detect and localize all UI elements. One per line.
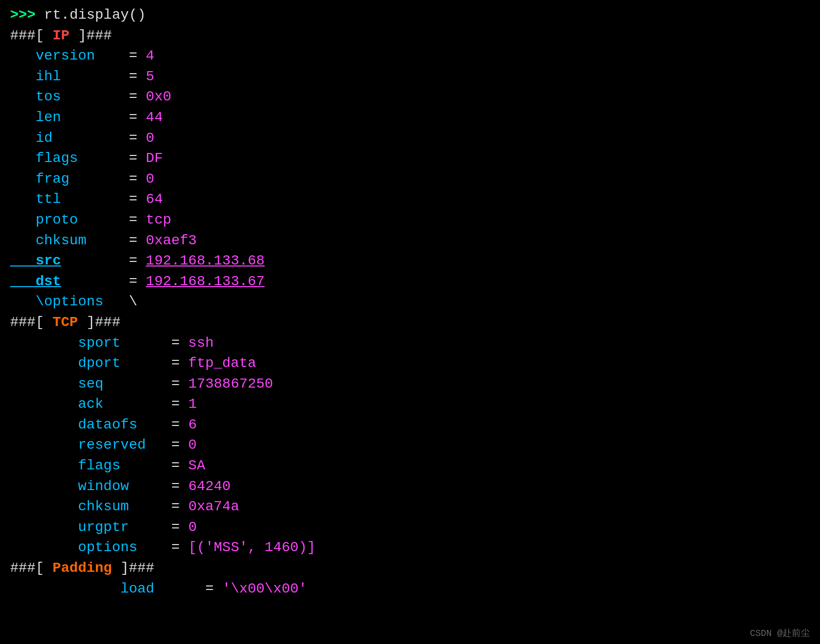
ip-field-id: id = 0	[10, 128, 810, 149]
command-text: rt.display()	[35, 5, 145, 26]
ip-field-frag: frag = 0	[10, 169, 810, 190]
ip-field-flags: flags = DF	[10, 148, 810, 169]
ip-field-ihl: ihl = 5	[10, 67, 810, 87]
ip-field-len: len = 44	[10, 108, 810, 128]
ip-field-tos: tos = 0x0	[10, 87, 810, 108]
ip-field-src: src = 192.168.133.68	[10, 251, 810, 272]
prompt-symbol: >>>	[10, 5, 35, 26]
ip-field-ttl: ttl = 64	[10, 189, 810, 210]
prompt-line: >>> rt.display()	[10, 5, 810, 26]
tcp-field-flags: flags = SA	[10, 456, 810, 476]
tcp-section-header: ###[ TCP ]###	[10, 312, 810, 333]
ip-field-version: version = 4	[10, 46, 810, 67]
tcp-field-options: options = [('MSS', 1460)]	[10, 538, 810, 558]
tcp-field-window: window = 64240	[10, 476, 810, 497]
ip-section-header: ###[ IP ]###	[10, 26, 810, 46]
tcp-field-ack: ack = 1	[10, 394, 810, 415]
tcp-field-chksum: chksum = 0xa74a	[10, 497, 810, 517]
ip-field-chksum: chksum = 0xaef3	[10, 231, 810, 251]
ip-field-dst: dst = 192.168.133.67	[10, 272, 810, 292]
tcp-field-sport: sport = ssh	[10, 333, 810, 354]
watermark: CSDN @赴前尘	[750, 627, 810, 640]
tcp-field-reserved: reserved = 0	[10, 435, 810, 456]
tcp-field-dataofs: dataofs = 6	[10, 415, 810, 436]
terminal-window: >>> rt.display() ###[ IP ]### version = …	[10, 5, 810, 599]
ip-field-options: \options \	[10, 292, 810, 312]
padding-section-header: ###[ Padding ]###	[10, 558, 810, 579]
tcp-field-urgptr: urgptr = 0	[10, 517, 810, 538]
tcp-field-seq: seq = 1738867250	[10, 374, 810, 395]
tcp-field-dport: dport = ftp_data	[10, 353, 810, 374]
padding-field-load: load = '\x00\x00'	[10, 579, 810, 600]
ip-field-proto: proto = tcp	[10, 210, 810, 231]
